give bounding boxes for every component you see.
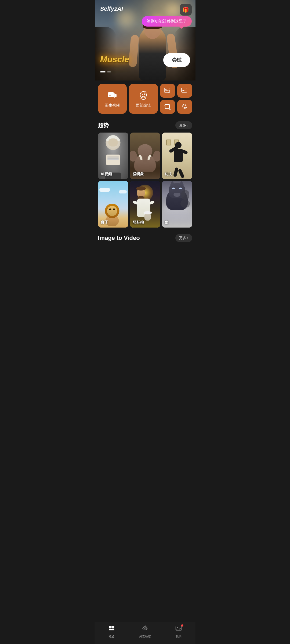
nav-templates[interactable]: 模板 <box>95 625 128 639</box>
bottom-nav: 模板 AI实验室 我的 <box>95 622 195 644</box>
trending-row-2: 狮子 <box>98 181 192 228</box>
trend-card-lion[interactable]: 狮子 <box>98 181 128 228</box>
action-crop[interactable] <box>160 100 175 114</box>
trend-card-jesus[interactable]: 耶稣抱 <box>130 181 160 228</box>
notification-dot <box>181 624 183 627</box>
profile-icon <box>175 625 182 634</box>
action-ai-img[interactable]: AI ✦ <box>160 84 175 98</box>
signin-bubble[interactable]: 签到功能迁移到这里了 <box>142 16 192 27</box>
svg-text:+: + <box>186 88 187 90</box>
svg-point-38 <box>177 627 178 628</box>
svg-text:HD: HD <box>182 89 186 92</box>
trend-label-wolf: 狼 <box>165 220 168 225</box>
template-icon <box>108 625 115 634</box>
gift-icon: 🎁 <box>182 6 189 13</box>
hero-dots <box>100 71 111 72</box>
svg-point-4 <box>142 94 143 95</box>
lab-icon <box>142 625 148 634</box>
itv-title: Image to Video <box>98 235 140 241</box>
svg-text:AI: AI <box>109 94 111 96</box>
trending-header: 趋势 更多 › <box>98 121 192 129</box>
trending-section: 趋势 更多 › <box>95 117 195 230</box>
img-to-video-label: 图生视频 <box>105 103 120 108</box>
itv-chevron-icon: › <box>187 236 188 240</box>
nav-ai-lab[interactable]: AI实验室 <box>128 625 162 639</box>
trending-title: 趋势 <box>98 122 109 129</box>
svg-rect-29 <box>112 627 114 628</box>
itv-more-label: 更多 <box>179 236 186 240</box>
hero-dot-2 <box>107 71 111 72</box>
svg-rect-17 <box>165 104 169 109</box>
nav-profile-label: 我的 <box>176 635 182 639</box>
trend-card-elephant[interactable]: 猛犸象 <box>130 133 160 179</box>
trend-label-ai-video: AI视频 <box>101 172 112 177</box>
gift-button[interactable]: 🎁 <box>180 4 192 16</box>
svg-rect-28 <box>112 626 114 627</box>
svg-point-23 <box>183 105 184 106</box>
face-edit-label: 面部编辑 <box>136 103 151 108</box>
nav-templates-label: 模板 <box>108 635 114 639</box>
svg-rect-30 <box>109 629 114 630</box>
svg-rect-27 <box>109 626 111 628</box>
trending-more-button[interactable]: 更多 › <box>175 121 192 129</box>
trend-card-ai-video[interactable]: AI视频 <box>98 133 128 179</box>
try-button[interactable]: 尝试 <box>163 53 190 67</box>
svg-point-24 <box>185 105 186 106</box>
muscle-text: Muscle <box>100 54 129 64</box>
app-logo: SelfyzAI <box>100 5 123 12</box>
hero-dot-1 <box>100 71 106 72</box>
hero-banner: SelfyzAI 🎁 签到功能迁移到这里了 Muscle 尝试 <box>95 0 195 80</box>
svg-point-32 <box>144 628 146 629</box>
trend-card-wolf[interactable]: 狼 <box>162 181 192 228</box>
action-face2[interactable]: ✦ <box>177 100 192 114</box>
action-small-grid: AI ✦ HD + <box>160 84 192 114</box>
trending-row-1: AI视频 <box>98 133 192 179</box>
nav-ai-lab-label: AI实验室 <box>139 635 151 639</box>
action-img-to-video[interactable]: AI 图生视频 <box>98 84 127 114</box>
trending-more-label: 更多 <box>179 123 186 128</box>
svg-marker-1 <box>114 93 117 98</box>
trend-label-kungfu: 功夫 <box>165 172 172 177</box>
trend-label-lion: 狮子 <box>101 220 108 225</box>
svg-text:AI: AI <box>168 92 170 93</box>
nav-profile[interactable]: 我的 <box>162 625 195 639</box>
quick-actions-section: AI 图生视频 ✦ 面部编辑 AI <box>95 80 195 117</box>
face-icon: ✦ <box>139 91 148 100</box>
svg-rect-31 <box>109 631 114 631</box>
svg-text:✦: ✦ <box>145 92 146 94</box>
trend-card-kungfu[interactable]: 功夫 <box>162 133 192 179</box>
trending-chevron-icon: › <box>187 123 188 127</box>
bottom-spacer <box>95 247 195 269</box>
video-icon: AI <box>107 91 117 100</box>
itv-header: Image to Video 更多 › <box>98 234 192 242</box>
trend-label-elephant: 猛犸象 <box>133 172 144 177</box>
itv-more-button[interactable]: 更多 › <box>175 234 192 242</box>
trend-label-jesus: 耶稣抱 <box>133 220 144 225</box>
action-face-edit[interactable]: ✦ 面部编辑 <box>129 84 158 114</box>
action-hd[interactable]: HD + <box>177 84 192 98</box>
image-to-video-section: Image to Video 更多 › <box>95 230 195 247</box>
